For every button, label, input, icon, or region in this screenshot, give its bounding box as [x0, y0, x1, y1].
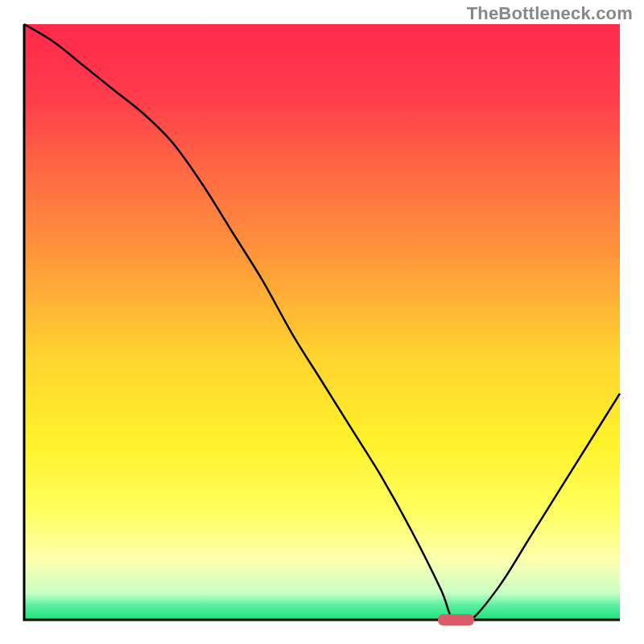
chart-container: TheBottleneck.com: [0, 0, 644, 644]
watermark-text: TheBottleneck.com: [467, 3, 633, 24]
minimum-marker: [438, 614, 474, 625]
bottleneck-chart: [0, 0, 644, 644]
plot-background: [24, 24, 620, 620]
